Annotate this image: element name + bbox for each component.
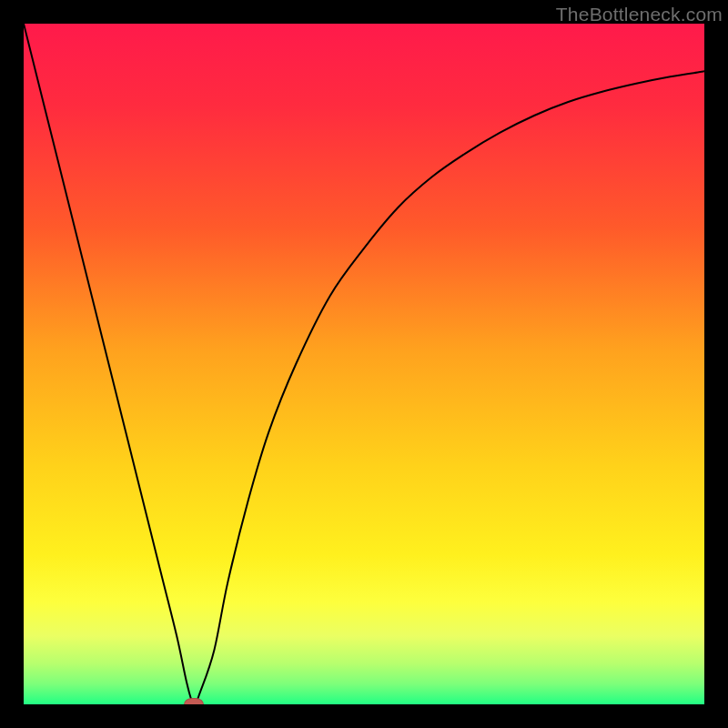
bottleneck-curve bbox=[24, 24, 704, 704]
chart-frame: TheBottleneck.com bbox=[0, 0, 728, 728]
plot-area bbox=[24, 24, 704, 704]
minimum-marker bbox=[184, 698, 204, 704]
watermark-text: TheBottleneck.com bbox=[556, 4, 723, 25]
